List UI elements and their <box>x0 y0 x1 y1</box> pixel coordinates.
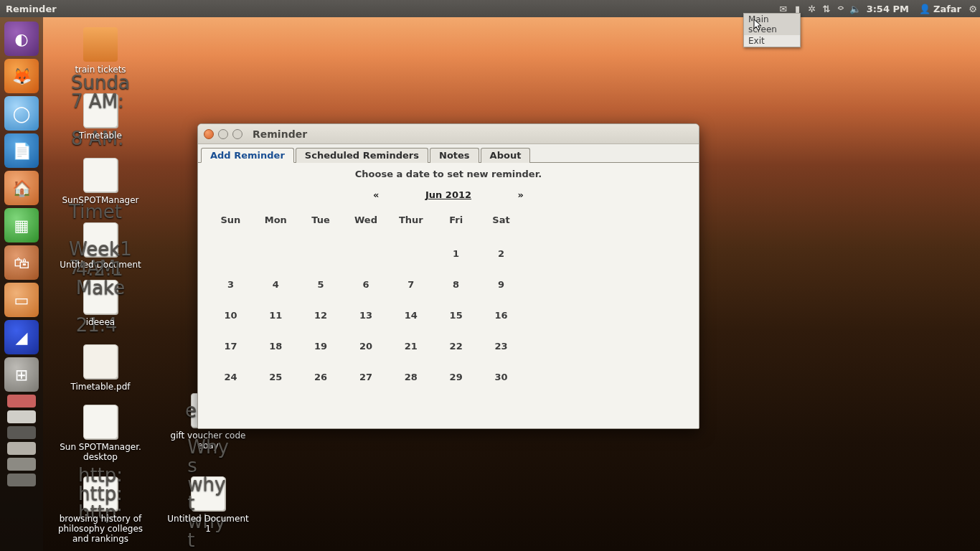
calendar-day[interactable]: 10 <box>208 300 253 331</box>
calendar-day[interactable]: 29 <box>433 362 479 392</box>
launcher-firefox[interactable]: 🦊 <box>4 59 39 93</box>
session-user[interactable]: 👤 Zafar <box>919 4 961 14</box>
calendar-header: Mon <box>253 209 298 238</box>
calendar-day[interactable]: 30 <box>479 362 524 392</box>
calendar-day[interactable]: 19 <box>298 331 344 362</box>
document-icon: http:http:http: <box>83 476 118 511</box>
clock[interactable]: 3:54 PM <box>867 4 909 14</box>
tab-notes[interactable]: Notes <box>430 148 479 163</box>
document-icon: Sunda7 AM:8 AM: <box>83 93 118 128</box>
wifi-icon[interactable]: ⌔ <box>834 0 848 17</box>
desktop-icon-timetable-pdf[interactable]: Timetable.pdf <box>57 344 143 392</box>
launcher-running-1[interactable] <box>7 395 36 408</box>
calendar-day[interactable]: 20 <box>344 331 389 362</box>
calendar-day[interactable]: 4 <box>253 269 298 300</box>
launcher-reminder[interactable]: ◢ <box>4 320 39 354</box>
tray-menu-main-screen[interactable]: Main screen <box>744 14 800 35</box>
calendar-day[interactable]: 5 <box>298 269 344 300</box>
launcher-dash[interactable]: ◐ <box>4 22 39 56</box>
launcher-running-4[interactable] <box>7 442 36 455</box>
calendar-row: 3456789 <box>208 269 524 300</box>
tray-menu-exit[interactable]: Exit <box>744 35 800 47</box>
calendar-header: Thur <box>388 209 433 238</box>
calendar-day[interactable]: 16 <box>479 300 524 331</box>
calendar-day[interactable]: 17 <box>208 331 253 362</box>
desktop-icon-browsing-history[interactable]: http:http:http: browsing history of phil… <box>50 476 151 544</box>
icon-label: Sun SPOTManager. desktop <box>57 442 143 462</box>
desktop-icon-ideeea[interactable]: 4.2.1Make21.4 ideeea <box>57 280 143 327</box>
pdf-icon <box>83 344 118 379</box>
calendar-day[interactable]: 3 <box>208 269 253 300</box>
bluetooth-icon[interactable]: ✲ <box>805 0 819 17</box>
calendar-day[interactable]: 6 <box>344 269 389 300</box>
calendar-header: Sat <box>479 209 524 238</box>
calendar-day[interactable]: 2 <box>479 238 524 269</box>
window-tabs: Add Reminder Scheduled Reminders Notes A… <box>198 144 699 163</box>
calendar-empty <box>298 238 344 269</box>
calendar-day[interactable]: 1 <box>433 238 479 269</box>
launcher-running-2[interactable] <box>7 410 36 423</box>
calendar-row: 12 <box>208 238 524 269</box>
launcher-calc[interactable]: ▦ <box>4 208 39 242</box>
launcher-software-center[interactable]: 🛍 <box>4 245 39 280</box>
launcher-running-5[interactable] <box>7 458 36 471</box>
folder-icon <box>83 27 118 62</box>
calendar-empty <box>388 238 433 269</box>
calendar-day[interactable]: 7 <box>388 269 433 300</box>
calendar-day[interactable]: 24 <box>208 362 253 392</box>
calendar-day[interactable]: 21 <box>388 331 433 362</box>
calendar-next-button[interactable]: » <box>518 189 524 200</box>
window-minimize-button[interactable] <box>218 129 228 139</box>
calendar-row: 10111213141516 <box>208 300 524 331</box>
tab-scheduled-reminders[interactable]: Scheduled Reminders <box>296 148 428 163</box>
window-close-button[interactable] <box>204 129 214 139</box>
window-maximize-button[interactable] <box>232 129 242 139</box>
desktop-icon-train-tickets[interactable]: train tickets <box>57 27 143 75</box>
icon-label: Timetable.pdf <box>57 382 143 392</box>
calendar-day[interactable]: 9 <box>479 269 524 300</box>
tab-about[interactable]: About <box>481 148 531 163</box>
calendar-day[interactable]: 27 <box>344 362 389 392</box>
calendar-month-label[interactable]: Jun 2012 <box>425 189 471 200</box>
calendar-day[interactable]: 23 <box>479 331 524 362</box>
volume-icon[interactable]: 🔈 <box>848 0 862 17</box>
network-icon[interactable]: ⇅ <box>819 0 834 17</box>
calendar-day[interactable]: 26 <box>298 362 344 392</box>
calendar-header: Tue <box>298 209 344 238</box>
launcher-running-3[interactable] <box>7 426 36 439</box>
calendar-nav: « Jun 2012 » <box>198 182 699 204</box>
window-title: Reminder <box>253 128 307 140</box>
calendar-day[interactable]: 15 <box>433 300 479 331</box>
power-icon[interactable]: ⚙ <box>966 0 980 17</box>
window-titlebar[interactable]: Reminder <box>198 124 699 144</box>
calendar-day[interactable]: 8 <box>433 269 479 300</box>
launcher-writer[interactable]: 📄 <box>4 133 39 168</box>
document-icon: 4.2.1Make21.4 <box>83 280 118 314</box>
calendar-row: 24252627282930 <box>208 362 524 392</box>
calendar-empty <box>344 238 389 269</box>
calendar-day[interactable]: 12 <box>298 300 344 331</box>
calendar-day[interactable]: 28 <box>388 362 433 392</box>
desktop-icon-untitled-document-1[interactable]: Why swhy twhy t Untitled Document 1 <box>165 476 251 534</box>
launcher-files[interactable]: 🏠 <box>4 171 39 205</box>
top-panel: Reminder ✉ ▮ ✲ ⇅ ⌔ 🔈 3:54 PM 👤 Zafar ⚙ <box>0 0 980 17</box>
calendar-day[interactable]: 18 <box>253 331 298 362</box>
launcher: ◐ 🦊 ◯ 📄 🏠 ▦ 🛍 ▭ ◢ ⊞ <box>0 17 43 551</box>
launcher-running-6[interactable] <box>7 474 36 486</box>
calendar-prev-button[interactable]: « <box>373 189 379 200</box>
active-app-name: Reminder <box>6 4 57 14</box>
calendar-day[interactable]: 13 <box>344 300 389 331</box>
calendar-header: Sun <box>208 209 253 238</box>
launcher-chromium[interactable]: ◯ <box>4 96 39 131</box>
calendar-day[interactable]: 25 <box>253 362 298 392</box>
document-icon: Why swhy twhy t <box>191 476 225 511</box>
calendar-day[interactable]: 11 <box>253 300 298 331</box>
tab-add-reminder[interactable]: Add Reminder <box>201 148 294 163</box>
calendar-day[interactable]: 22 <box>433 331 479 362</box>
desktop-icon-timetable[interactable]: Sunda7 AM:8 AM: Timetable <box>57 93 143 141</box>
desktop-icon-sunspotmanager[interactable]: SunSPOTManager <box>57 158 143 205</box>
calendar-day[interactable]: 14 <box>388 300 433 331</box>
desktop-icon-sunspot-desktop[interactable]: Sun SPOTManager. desktop <box>57 405 143 462</box>
launcher-impress[interactable]: ▭ <box>4 283 39 317</box>
launcher-workspaces[interactable]: ⊞ <box>4 357 39 392</box>
